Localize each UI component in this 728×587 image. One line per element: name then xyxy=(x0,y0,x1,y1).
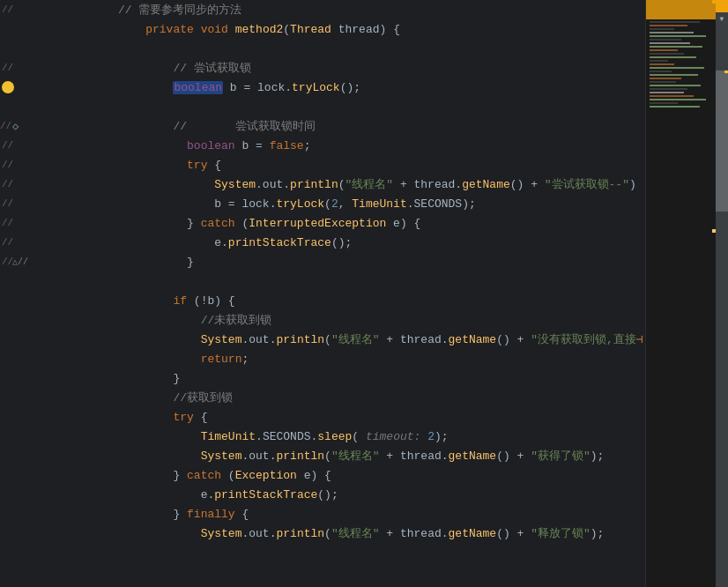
code-text: tryLock xyxy=(292,81,340,94)
code-lines: // // 需要参考同步的方法 private void method2(Thr… xyxy=(0,0,645,543)
table-row: private void method2(Thread thread) { xyxy=(0,19,645,39)
code-text: boolean xyxy=(174,81,222,94)
comment-marker: // xyxy=(2,218,13,228)
chevron-down-icon: ▼ xyxy=(720,15,724,23)
line-content[interactable]: System.out.println("线程名" + thread.getNam… xyxy=(42,512,645,554)
scroll-down-button[interactable]: ▼ xyxy=(716,12,728,25)
code-text: private xyxy=(145,23,194,36)
scrollbar-top-indicator xyxy=(716,0,728,12)
comment-marker: // xyxy=(2,237,13,248)
comment-marker: // xyxy=(2,198,13,209)
bulb-icon[interactable] xyxy=(2,81,14,93)
bookmark-icon[interactable]: ◇ xyxy=(12,120,19,133)
comment-marker2: // xyxy=(0,121,11,131)
comment-marker: // xyxy=(2,140,13,151)
comment-marker: // xyxy=(2,160,13,170)
scrollbar-position-marker xyxy=(724,71,728,73)
code-text: b = lock. xyxy=(223,81,292,94)
editor-container: // // 需要参考同步的方法 private void method2(Thr… xyxy=(0,0,728,587)
minimap[interactable] xyxy=(645,0,716,587)
bulb-shape xyxy=(2,81,14,93)
overscroll-icon: △// xyxy=(12,256,28,267)
code-text: System xyxy=(201,527,242,540)
comment-icon: // xyxy=(2,4,13,15)
scrollbar-track[interactable]: ▼ xyxy=(716,0,728,587)
table-row: // △// } xyxy=(0,252,645,271)
table-row: boolean b = lock.tryLock(); xyxy=(0,78,645,97)
comment-marker: // xyxy=(2,63,13,73)
scrollbar-thumb[interactable] xyxy=(716,71,728,212)
minimap-content xyxy=(650,19,712,109)
code-text: (); xyxy=(340,81,360,94)
comment-marker: // xyxy=(2,179,13,189)
minimap-current-line xyxy=(646,0,716,19)
table-row: System.out.println("线程名" + thread.getNam… xyxy=(0,524,645,543)
code-area[interactable]: // // 需要参考同步的方法 private void method2(Thr… xyxy=(0,0,645,587)
